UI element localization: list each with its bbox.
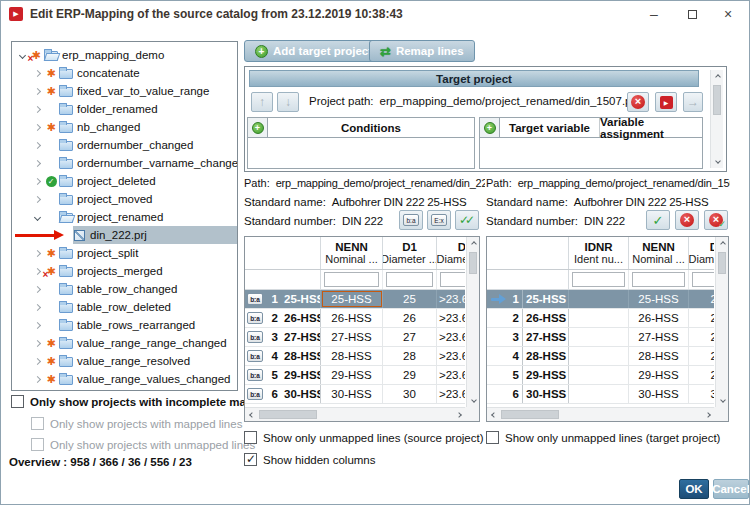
expander-toggle[interactable] xyxy=(31,179,44,184)
checkbox-target-unmapped[interactable]: Show only unmapped lines (target project… xyxy=(486,431,720,444)
checkbox-show-hidden-columns[interactable]: Show hidden columns xyxy=(244,453,376,466)
scrollbar-thumb[interactable] xyxy=(718,252,726,274)
cell-NENN[interactable]: 30-HSS xyxy=(321,385,383,403)
expander-toggle[interactable] xyxy=(31,143,44,148)
scroll-down-arrow[interactable] xyxy=(711,154,724,168)
column-header-NENN[interactable]: NENNNominal ... xyxy=(321,237,383,269)
row-header-cell[interactable]: b:a529-HSS xyxy=(245,366,321,384)
cell-D2[interactable]: >23.6 xyxy=(437,328,465,346)
table-row[interactable]: 630-HSS30-HSS30 xyxy=(487,385,714,404)
cell-D1[interactable]: 28 xyxy=(383,347,437,365)
tree-item-ordernumber_changed[interactable]: ordernumber_changed xyxy=(12,136,237,154)
table-row[interactable]: b:a327-HSS27-HSS27>23.6 xyxy=(245,328,465,347)
map-all-lines-button[interactable]: ✓✓ xyxy=(455,210,479,230)
scrollbar-thumb[interactable] xyxy=(259,410,317,419)
table-row[interactable]: 125-HSS25-HSS25 xyxy=(487,290,714,309)
tree-item-project_moved[interactable]: project_moved xyxy=(12,190,237,208)
scroll-down-arrow[interactable] xyxy=(467,393,480,407)
cell-NENN[interactable]: 29-HSS xyxy=(321,366,383,384)
expander-toggle[interactable] xyxy=(31,107,44,112)
tree-item-table_row_deleted[interactable]: table_row_deleted xyxy=(12,298,237,316)
cell-IDNR[interactable] xyxy=(569,366,629,384)
tree-item-concatenate[interactable]: concatenate xyxy=(12,64,237,82)
target-vertical-scrollbar[interactable] xyxy=(715,237,728,407)
expander-toggle[interactable] xyxy=(31,251,44,256)
tree-item-projects_merged[interactable]: projects_merged xyxy=(12,262,237,280)
scrollbar-thumb[interactable] xyxy=(469,252,477,274)
cell-NENN[interactable]: 26-HSS xyxy=(321,309,383,327)
expander-toggle[interactable] xyxy=(31,377,44,382)
row-header-cell[interactable]: 226-HSS xyxy=(487,309,569,327)
scroll-right-arrow[interactable] xyxy=(452,408,465,422)
row-header-cell[interactable]: b:a226-HSS xyxy=(245,309,321,327)
source-horizontal-scrollbar[interactable] xyxy=(245,407,465,421)
tree-item-table_row_changed[interactable]: table_row_changed xyxy=(12,280,237,298)
cell-D1[interactable]: 30 xyxy=(689,385,714,403)
column-header-IDNR[interactable]: IDNRIdent nu... xyxy=(569,237,629,269)
cell-NENN[interactable]: 25-HSS xyxy=(321,290,383,308)
row-header-cell[interactable]: 428-HSS xyxy=(487,347,569,365)
source-vertical-scrollbar[interactable] xyxy=(466,237,479,407)
move-down-button[interactable]: ↓ xyxy=(277,92,299,112)
scrollbar-thumb[interactable] xyxy=(501,410,559,419)
column-header-D1[interactable]: D1Diameter ... xyxy=(689,237,714,269)
cell-D1[interactable]: 27 xyxy=(383,328,437,346)
tree-item-project_split[interactable]: project_split xyxy=(12,244,237,262)
maximize-button[interactable] xyxy=(675,1,709,27)
cell-IDNR[interactable] xyxy=(569,328,629,346)
cell-D2[interactable]: >23.6 xyxy=(437,290,465,308)
row-header-cell[interactable]: 327-HSS xyxy=(487,328,569,346)
cell-NENN[interactable]: 29-HSS xyxy=(629,366,689,384)
table-row[interactable]: 327-HSS27-HSS27 xyxy=(487,328,714,347)
expander-toggle[interactable] xyxy=(31,341,44,346)
cell-D2[interactable]: >23.6 xyxy=(437,366,465,384)
cell-NENN[interactable]: 28-HSS xyxy=(629,347,689,365)
expander-toggle[interactable] xyxy=(31,125,44,130)
panel-vertical-scrollbar[interactable] xyxy=(710,70,723,168)
remove-mapping-button[interactable]: × xyxy=(675,210,699,230)
row-header-cell[interactable]: 630-HSS xyxy=(487,385,569,403)
cell-IDNR[interactable] xyxy=(569,309,629,327)
tree-item-din_222.prj[interactable]: din_222.prj xyxy=(12,226,237,244)
tree-item-value_range_range_changed[interactable]: value_range_range_changed xyxy=(12,334,237,352)
delete-target-project-button[interactable]: × xyxy=(627,92,649,112)
scroll-left-arrow[interactable] xyxy=(487,408,500,422)
target-horizontal-scrollbar[interactable] xyxy=(487,407,714,421)
column-header-NENN[interactable]: NENNNominal ... xyxy=(629,237,689,269)
cell-D1[interactable]: 30 xyxy=(383,385,437,403)
checkbox-incomplete-mappings[interactable]: Only show projects with incomplete mappi… xyxy=(11,395,284,408)
scroll-right-arrow[interactable] xyxy=(701,408,714,422)
expander-toggle[interactable] xyxy=(31,287,44,292)
cell-IDNR[interactable] xyxy=(569,347,629,365)
row-header-cell[interactable]: b:a327-HSS xyxy=(245,328,321,346)
open-project-button[interactable]: ▶ xyxy=(655,92,677,112)
cell-IDNR[interactable] xyxy=(569,385,629,403)
scroll-up-arrow[interactable] xyxy=(716,237,729,251)
table-row[interactable]: 529-HSS29-HSS29 xyxy=(487,366,714,385)
filter-input-IDNR[interactable] xyxy=(572,272,625,287)
cell-IDNR[interactable] xyxy=(569,290,629,308)
remap-lines-button[interactable]: ⇄ Remap lines xyxy=(369,40,475,62)
go-to-target-button[interactable]: → xyxy=(683,92,703,112)
add-assignment-button[interactable]: + xyxy=(480,118,500,137)
target-variable-column-header[interactable]: Target variable xyxy=(500,118,600,137)
table-row[interactable]: b:a226-HSS26-HSS26>23.6 xyxy=(245,309,465,328)
cell-D2[interactable]: >23.6 xyxy=(437,347,465,365)
filter-input-D1[interactable] xyxy=(692,272,714,287)
cell-D1[interactable]: 29 xyxy=(383,366,437,384)
accept-mapping-button[interactable]: ✓ xyxy=(646,210,670,230)
scrollbar-thumb[interactable] xyxy=(713,85,721,115)
close-button[interactable]: × xyxy=(711,1,745,27)
scroll-down-arrow[interactable] xyxy=(716,393,729,407)
row-header-cell[interactable]: b:a428-HSS xyxy=(245,347,321,365)
tree-item-project_renamed[interactable]: project_renamed xyxy=(12,208,237,226)
cell-D1[interactable]: 26 xyxy=(383,309,437,327)
row-header-cell[interactable]: b:a630-HSS xyxy=(245,385,321,403)
expander-toggle[interactable] xyxy=(31,323,44,328)
cell-D1[interactable]: 27 xyxy=(689,328,714,346)
checkbox-source-unmapped[interactable]: Show only unmapped lines (source project… xyxy=(244,431,484,444)
column-header-D2[interactable]: D2Diameter ... xyxy=(437,237,465,269)
cell-D2[interactable]: >23.6 xyxy=(437,385,465,403)
tree-item-value_range_values_changed[interactable]: value_range_values_changed xyxy=(12,370,237,388)
expander-toggle[interactable] xyxy=(31,215,44,220)
